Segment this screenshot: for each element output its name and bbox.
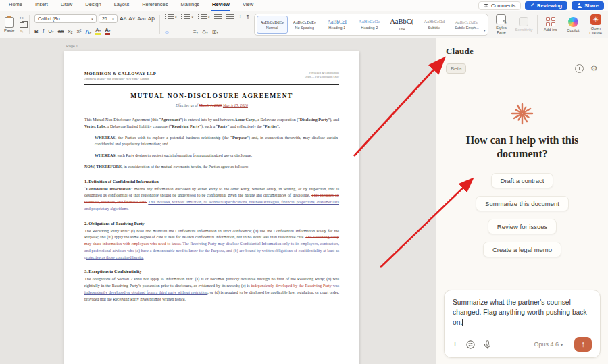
tab-draw[interactable]: Draw: [60, 0, 74, 11]
tab-insert[interactable]: Insert: [34, 0, 49, 11]
comments-button[interactable]: Comments: [478, 1, 521, 10]
borders-button[interactable]: ⊞▾: [212, 30, 218, 35]
section-1-heading: 1. Definition of Confidential Informatio…: [84, 179, 339, 184]
ribbon: Paste ✂ ✎ Calibri (Bo...▾ 26▾ A˄ A˅ Aa▾ …: [0, 11, 608, 38]
font-color-button[interactable]: A▾: [105, 28, 110, 35]
suggestion-summarize-this-document[interactable]: Summarize this document: [476, 196, 569, 211]
history-icon[interactable]: [575, 64, 584, 73]
text-effects-button[interactable]: A▾: [85, 28, 91, 35]
cut-button[interactable]: ✂: [20, 16, 24, 21]
share-label: Share: [584, 3, 599, 9]
comments-label: Comments: [491, 3, 515, 9]
tab-references[interactable]: References: [141, 0, 168, 11]
bullets-button[interactable]: ▾: [165, 14, 177, 20]
settings-gear-icon[interactable]: ⚙: [590, 64, 599, 73]
add-ins-icon: [546, 17, 555, 26]
copy-button[interactable]: [20, 22, 24, 28]
intro-paragraph: This Mutual Non-Disclosure Agreement (th…: [84, 117, 339, 130]
tab-mailings[interactable]: Mailings: [180, 0, 201, 11]
styles-gallery-more-button[interactable]: ▾: [484, 16, 486, 34]
strikethrough-button[interactable]: ab: [58, 29, 64, 34]
change-case-button[interactable]: Aa▾: [137, 16, 145, 22]
sensitivity-label: Sensitivity: [515, 28, 532, 32]
tab-home[interactable]: Home: [8, 0, 23, 11]
claude-logo-starburst: [511, 102, 534, 125]
copilot-icon: [568, 17, 578, 27]
section-2-body: The Receiving Party shall: (i) hold and …: [84, 228, 339, 261]
sort-button[interactable]: ↕: [238, 14, 241, 20]
tab-design[interactable]: Design: [84, 0, 101, 11]
copilot-button[interactable]: Copilot: [563, 14, 583, 36]
section-1-body: “Confidential Information” means any inf…: [84, 186, 339, 213]
therefore-clause: NOW, THEREFORE, in consideration of the …: [84, 164, 339, 171]
underline-button[interactable]: U▾: [48, 29, 53, 34]
composer-card[interactable]: Summarize what the partner's counsel cha…: [444, 290, 601, 358]
claude-add-in-panel: Claude Beta ⚙ How can I help with this: [436, 38, 608, 364]
subscript-button[interactable]: x₂: [68, 29, 73, 34]
font-size-select[interactable]: 26▾: [99, 14, 118, 23]
style-title[interactable]: AaBbC(Title: [386, 16, 417, 34]
comment-bubble-icon: [484, 4, 488, 7]
align-center-button[interactable]: [173, 32, 176, 33]
italic-button[interactable]: I: [43, 29, 45, 34]
clear-formatting-button[interactable]: A𝗉: [148, 16, 155, 22]
style-heading-2[interactable]: AaBbCcDcHeading 2: [354, 16, 385, 34]
numbering-button[interactable]: ▾: [181, 14, 193, 20]
show-paragraph-marks-button[interactable]: ¶: [246, 14, 249, 20]
share-button[interactable]: Share: [572, 1, 604, 10]
document-title: MUTUAL NON-DISCLOSURE AGREEMENT: [84, 93, 339, 99]
style-subtle-emph-[interactable]: AaBbCcDdEeSubtle Emph...: [451, 16, 482, 34]
shrink-font-button[interactable]: A˅: [128, 16, 135, 22]
styles-pane-button[interactable]: Styles Pane: [492, 14, 511, 36]
justify-button[interactable]: [186, 32, 189, 33]
whereas-clause-1: WHEREAS, the Parties wish to explore a p…: [95, 135, 338, 149]
font-name-select[interactable]: Calibri (Bo...▾: [34, 14, 97, 23]
letterhead-tagline: Attorneys at Law · San Francisco · New Y…: [84, 77, 156, 80]
section-3-body: The obligations of Section 2 shall not a…: [84, 276, 339, 303]
increase-indent-button[interactable]: [226, 14, 234, 20]
text-cursor: [462, 319, 463, 326]
style-no-spacing[interactable]: AaBbCcDdEeNo Spacing: [289, 16, 320, 34]
style-heading-1[interactable]: AaBbCcIHeading 1: [322, 16, 353, 34]
font-name-value: Calibri (Bo...: [38, 16, 64, 21]
send-button[interactable]: ↑: [574, 337, 592, 352]
sensitivity-icon: [519, 17, 528, 26]
decrease-indent-button[interactable]: [214, 14, 222, 20]
tab-layout[interactable]: Layout: [113, 0, 130, 11]
superscript-button[interactable]: x²: [77, 29, 82, 34]
reviewing-button[interactable]: ✓ Reviewing: [525, 1, 567, 10]
document-canvas: Page 1 MORRISON & CALLOWAY LLP Attorneys…: [0, 38, 436, 364]
ribbon-tabs: HomeInsertDrawDesignLayoutReferencesMail…: [4, 0, 254, 11]
suggestion-review-for-issues[interactable]: Review for issues: [488, 219, 557, 234]
suggestion-create-a-legal-memo[interactable]: Create a legal memo: [483, 242, 561, 257]
tools-icon[interactable]: [466, 340, 475, 349]
tab-review[interactable]: Review: [211, 0, 230, 11]
add-ins-button[interactable]: Add-ins: [541, 14, 561, 36]
align-right-button[interactable]: [180, 32, 182, 33]
style-subtitle[interactable]: AaBbCcDdSubtitle: [419, 16, 450, 34]
line-spacing-button[interactable]: ≡▾: [193, 30, 198, 35]
attach-plus-icon[interactable]: +: [453, 340, 457, 348]
microphone-icon[interactable]: [484, 340, 491, 349]
document-page[interactable]: MORRISON & CALLOWAY LLP Attorneys at Law…: [64, 51, 359, 364]
sensitivity-button[interactable]: Sensitivity: [514, 14, 534, 36]
bold-button[interactable]: B: [34, 29, 39, 34]
grow-font-button[interactable]: A˄: [120, 16, 126, 22]
open-claude-button[interactable]: ✳ Open Claude: [586, 14, 606, 36]
paste-button[interactable]: Paste: [4, 17, 14, 32]
composer-input[interactable]: Summarize what the partner's counsel cha…: [453, 298, 592, 328]
greeting-text: How can I help with this document?: [460, 134, 585, 161]
shading-button[interactable]: ◇▾: [202, 30, 208, 35]
styles-pane-icon: [496, 14, 506, 24]
add-ins-label: Add-ins: [544, 28, 557, 32]
tab-view[interactable]: View: [242, 0, 254, 11]
claude-starburst-icon: ✳: [590, 14, 601, 25]
multilevel-list-button[interactable]: ▾: [198, 14, 210, 20]
style-normal[interactable]: AaBbCcDdEeNormal: [257, 16, 288, 34]
align-left-button[interactable]: [165, 31, 169, 34]
model-selector[interactable]: Opus 4.6 ▾: [534, 341, 563, 348]
suggestion-draft-a-contract[interactable]: Draft a contract: [491, 173, 554, 188]
paste-label: Paste: [4, 28, 14, 32]
highlight-button[interactable]: A▾: [95, 28, 101, 35]
format-painter-button[interactable]: ✎: [20, 29, 24, 34]
